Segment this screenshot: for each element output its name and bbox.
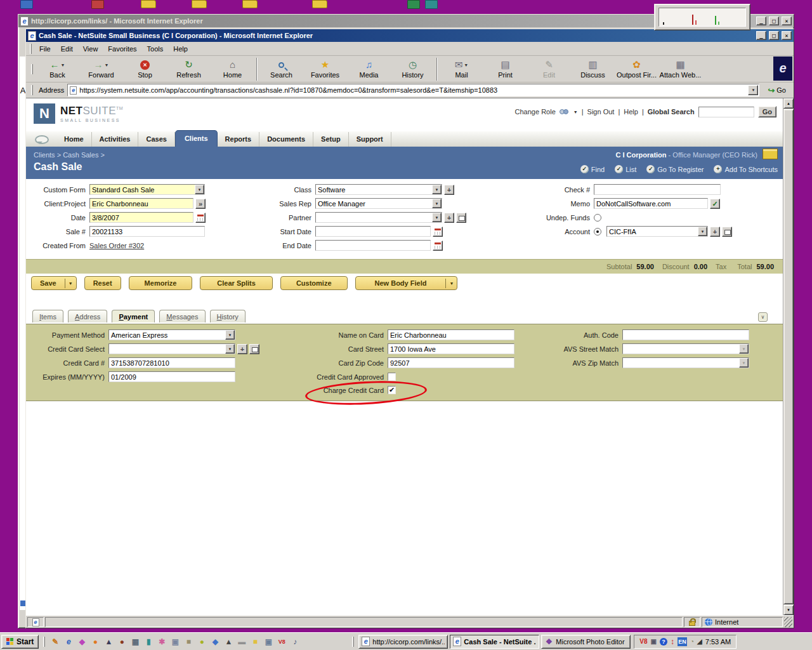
browser-globe-icon[interactable]: ● [116, 636, 128, 647]
scheduler-tray-icon[interactable]: ◔ [690, 638, 694, 646]
credit-card-popup-icon[interactable] [249, 344, 259, 354]
memo-input[interactable] [594, 198, 708, 209]
menu-help[interactable]: Help [168, 43, 193, 55]
go-to-register-link[interactable]: ✓Go To Register [646, 165, 704, 173]
paint-icon[interactable]: ◆ [76, 636, 88, 647]
subtab-items[interactable]: Items [32, 310, 63, 322]
outer-minimize-button[interactable]: _ [756, 17, 766, 25]
updown-tray-icon[interactable]: ↕ [671, 638, 674, 646]
menu-tools[interactable]: Tools [142, 43, 169, 55]
roles-icon[interactable] [560, 108, 570, 116]
spellcheck-icon[interactable]: ✓ [710, 199, 720, 209]
help-link[interactable]: Help [624, 108, 638, 116]
journal-icon[interactable]: ✎ [49, 636, 61, 647]
antivirus-icon[interactable]: V8 [276, 636, 287, 647]
media-button[interactable]: ♫ Media [347, 56, 391, 82]
outer-close-button[interactable]: ✕ [782, 17, 792, 25]
notes-icon[interactable]: ▮ [143, 636, 154, 647]
desktop-folder-icon[interactable] [141, 0, 156, 8]
name-on-card-input[interactable] [388, 329, 514, 340]
custom-form-dropdown-icon[interactable]: ▼ [195, 185, 204, 194]
home-button[interactable]: ⌂ Home [211, 56, 254, 82]
start-date-calendar-icon[interactable] [433, 227, 443, 237]
sign-out-link[interactable]: Sign Out [587, 108, 615, 116]
collapse-subtab-button[interactable]: ∨ [758, 312, 768, 322]
client-project-input[interactable] [89, 198, 193, 209]
date-calendar-icon[interactable] [195, 213, 206, 223]
discuss-button[interactable]: ▥ Discuss [571, 56, 615, 82]
credit-card-add-icon[interactable]: + [237, 344, 247, 354]
credit-card-select[interactable]: ▼ [108, 343, 235, 354]
payment-method-dropdown-icon[interactable]: ▼ [225, 330, 235, 340]
credit-card-approved-checkbox[interactable] [388, 373, 396, 381]
stop-button[interactable]: ✕ Stop [123, 56, 167, 82]
network-tray-icon[interactable]: ▣ [651, 638, 657, 646]
monitor-icon[interactable]: ▣ [263, 636, 274, 647]
save-button[interactable]: Save ▼ [31, 276, 77, 290]
title-bar[interactable]: e Cash Sale - NetSuite Small Business (C… [26, 29, 794, 42]
desktop-folder-icon[interactable] [242, 0, 258, 8]
memorize-button[interactable]: Memorize [129, 276, 193, 290]
partner-select[interactable]: ▼ [315, 212, 442, 223]
feedback-bubble-icon[interactable] [35, 135, 49, 144]
folder-icon[interactable]: ■ [249, 636, 261, 647]
new-body-field-dropdown-icon[interactable]: ▼ [445, 279, 457, 288]
sale-number-input[interactable] [89, 226, 205, 237]
update-icon[interactable]: ◆ [209, 636, 221, 647]
partner-popup-icon[interactable] [456, 213, 466, 223]
flower-icon[interactable]: ✱ [156, 636, 167, 647]
my-computer-icon[interactable]: ▣ [169, 636, 181, 647]
subtab-messages[interactable]: Messages [159, 310, 205, 322]
created-from-link[interactable]: Sales Order #302 [89, 242, 144, 249]
reset-button[interactable]: Reset [84, 276, 121, 290]
custom-form-select[interactable]: Standard Cash Sale▼ [89, 184, 205, 195]
class-select[interactable]: Software▼ [315, 184, 442, 195]
taskbar-task-photo-editor[interactable]: ❖ Microsoft Photo Editor [541, 635, 631, 649]
desktop-tool-icon[interactable] [425, 0, 438, 9]
scroll-up-icon[interactable]: ▲ [783, 98, 794, 109]
start-date-input[interactable] [315, 226, 431, 237]
account-radio[interactable] [594, 228, 601, 235]
scroll-down-icon[interactable]: ▼ [783, 605, 794, 615]
check-number-input[interactable] [594, 184, 721, 195]
subtab-address[interactable]: Address [68, 310, 107, 322]
desktop-money-icon[interactable] [407, 0, 420, 9]
music-icon[interactable]: ♪ [289, 636, 301, 647]
menu-edit[interactable]: Edit [56, 43, 78, 55]
partner-add-icon[interactable]: + [444, 213, 454, 223]
scrollbar-thumb[interactable] [783, 109, 794, 604]
tab-documents[interactable]: Documents [259, 132, 313, 147]
history-button[interactable]: ◷ History [391, 56, 435, 82]
avs-zip-match-select[interactable]: ▼ [622, 357, 749, 368]
tab-cases[interactable]: Cases [138, 132, 174, 147]
menu-file[interactable]: File [34, 43, 56, 55]
search-button[interactable]: Search [259, 56, 303, 82]
start-button[interactable]: Start [1, 635, 39, 649]
account-select[interactable]: CIC-FfIA▼ [606, 226, 708, 237]
payment-method-select[interactable]: American Express▼ [108, 329, 235, 340]
go-button[interactable]: ↪ Go [763, 84, 791, 96]
antivirus-tray-icon[interactable]: V8 [639, 638, 647, 646]
sales-rep-select[interactable]: Office Manager▼ [315, 198, 442, 209]
help-tray-icon[interactable]: ? [660, 638, 667, 646]
edit-button[interactable]: ✎ Edit [527, 56, 571, 82]
tab-activities[interactable]: Activities [92, 132, 139, 147]
clear-splits-button[interactable]: Clear Splits [200, 276, 273, 290]
list-link[interactable]: ✓List [615, 165, 636, 173]
expires-input[interactable] [108, 371, 235, 382]
back-button[interactable]: ←▼ Back [36, 56, 79, 82]
address-dropdown-icon[interactable]: ▼ [748, 85, 758, 95]
find-link[interactable]: ✓Find [580, 165, 605, 173]
back-dropdown-icon[interactable]: ▼ [61, 63, 65, 67]
package-icon[interactable]: ■ [183, 636, 194, 647]
language-indicator[interactable]: EN [678, 637, 687, 646]
media-app-icon[interactable]: ▦ [129, 636, 141, 647]
subtab-payment[interactable]: Payment [112, 310, 155, 322]
tools-icon[interactable]: ▲ [223, 636, 234, 647]
launcher-icon[interactable]: ▬ [236, 636, 247, 647]
avs-street-match-select[interactable]: ▼ [622, 343, 749, 354]
end-date-input[interactable] [315, 240, 431, 251]
histogram-palette[interactable] [654, 4, 750, 30]
maximize-button[interactable]: □ [769, 31, 779, 40]
address-input[interactable]: e https://system.netsuite.com/app/accoun… [67, 84, 759, 96]
